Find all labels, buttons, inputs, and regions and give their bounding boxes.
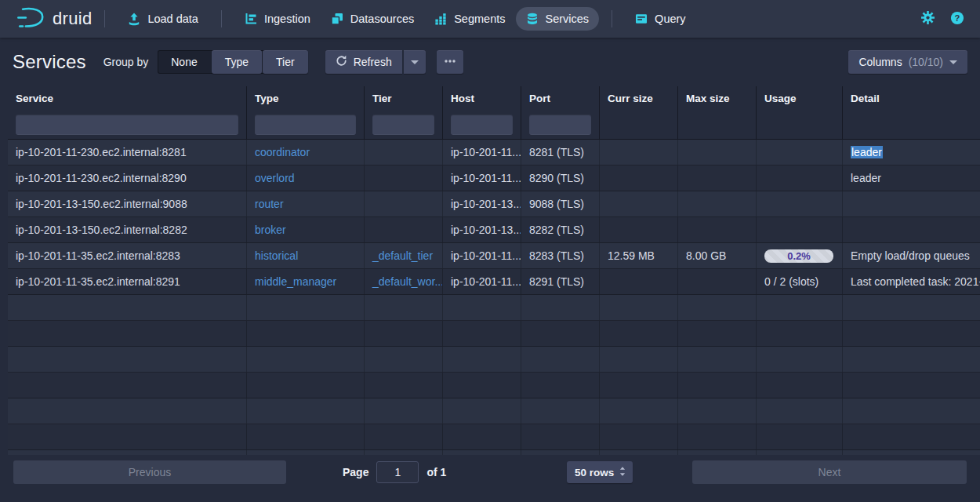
cell-port [521, 295, 600, 320]
page-of-label: of 1 [426, 466, 446, 478]
druid-logo[interactable]: druid [16, 6, 92, 31]
chevron-down-icon [949, 60, 957, 64]
cell-max_size [678, 191, 757, 216]
group-by-tier-button[interactable]: Tier [263, 50, 308, 74]
cell-service [8, 373, 247, 398]
cell-type: coordinator [247, 140, 365, 165]
toolbar: Services Group by None Type Tier Refresh [0, 38, 980, 86]
nav-item-query[interactable]: Query [625, 7, 696, 31]
page-size-select[interactable]: 50 rows [567, 461, 633, 483]
cell-tier [365, 347, 443, 372]
filter-input-port[interactable] [529, 115, 591, 135]
type-link[interactable]: historical [255, 249, 298, 262]
cell-detail [843, 191, 980, 216]
cell-usage [757, 166, 843, 191]
cell-max_size [678, 166, 757, 191]
settings-button[interactable] [920, 9, 936, 28]
cell-host [443, 424, 521, 449]
column-header-curr-size[interactable]: Curr size [600, 86, 678, 110]
column-header-service[interactable]: Service [8, 86, 247, 110]
refresh-dropdown-button[interactable] [404, 50, 426, 74]
cell-port: 9088 (TLS) [521, 191, 600, 216]
nav-item-services[interactable]: Services [516, 7, 600, 31]
cell-curr_size [600, 140, 678, 165]
column-header-port[interactable]: Port [521, 86, 600, 110]
brand-text: druid [53, 9, 92, 29]
cell-usage [757, 398, 843, 424]
cell-curr_size [600, 295, 678, 320]
type-link[interactable]: overlord [255, 172, 295, 184]
cell-host: ip-10-201-13... [443, 217, 521, 242]
columns-button[interactable]: Columns (10/10) [848, 50, 967, 74]
cell-curr_size [600, 398, 678, 424]
cell-port: 8290 (TLS) [521, 166, 600, 191]
svg-text:?: ? [955, 13, 960, 22]
cell-detail: leader [843, 140, 980, 165]
table-row: ip-10-201-11-230.ec2.internal:8290overlo… [8, 166, 980, 191]
group-by-type-button[interactable]: Type [212, 50, 262, 74]
column-header-detail[interactable]: Detail [843, 86, 980, 110]
gantt-chart-icon [245, 13, 257, 25]
previous-page-button[interactable]: Previous [13, 460, 286, 484]
type-link[interactable]: broker [255, 224, 286, 236]
cell-port [521, 424, 600, 449]
cell-max_size [678, 347, 757, 372]
table-row: ip-10-201-13-150.ec2.internal:8282broker… [8, 217, 980, 243]
cell-tier [365, 166, 443, 191]
top-nav: druid Load data Ingestion [0, 0, 980, 38]
page-title: Services [13, 51, 86, 73]
cell-detail [843, 424, 980, 449]
nav-item-label: Services [546, 13, 590, 25]
cell-service: ip-10-201-11-35.ec2.internal:8283 [8, 243, 247, 268]
help-button[interactable]: ? [949, 9, 966, 29]
cell-detail: Empty load/drop queues [843, 243, 980, 268]
cell-usage [757, 295, 843, 320]
columns-count: (10/10) [909, 56, 943, 68]
refresh-button[interactable]: Refresh [325, 50, 402, 74]
cell-host: ip-10-201-11... [443, 140, 521, 165]
filter-input-service[interactable] [16, 115, 238, 135]
more-options-button[interactable] [437, 50, 463, 74]
nav-item-datasources[interactable]: Datasources [321, 7, 424, 31]
cell-type [247, 424, 365, 449]
nav-item-segments[interactable]: Segments [424, 7, 515, 31]
column-header-max-size[interactable]: Max size [678, 86, 757, 110]
filter-input-tier[interactable] [372, 115, 434, 135]
cell-curr_size [600, 191, 678, 216]
column-header-usage[interactable]: Usage [757, 86, 843, 110]
type-link[interactable]: middle_manager [255, 275, 336, 288]
nav-item-load-data[interactable]: Load data [118, 7, 209, 31]
pagination-bar: Previous Page of 1 50 rows Next [0, 460, 980, 484]
cell-max_size [678, 450, 757, 455]
tier-link[interactable]: _default_tier [372, 249, 433, 262]
cell-type [247, 373, 365, 398]
cell-port [521, 398, 600, 424]
cell-port [521, 450, 600, 455]
cell-host [443, 321, 521, 346]
console-icon [635, 13, 648, 25]
column-header-type[interactable]: Type [247, 86, 365, 110]
cell-usage [757, 217, 843, 242]
table-filter-row [8, 110, 980, 140]
page-number-input[interactable] [376, 461, 419, 483]
layers-icon [331, 13, 343, 25]
cell-max_size [678, 295, 757, 320]
next-page-button[interactable]: Next [692, 460, 967, 484]
group-by-none-button[interactable]: None [158, 50, 210, 74]
table-row: ip-10-201-11-230.ec2.internal:8281coordi… [8, 140, 980, 166]
cell-usage [757, 140, 843, 165]
type-link[interactable]: router [255, 198, 284, 210]
cell-tier: _default_tier [365, 243, 443, 268]
tier-link[interactable]: _default_wor... [372, 275, 443, 288]
table-row-empty [8, 373, 980, 398]
column-header-host[interactable]: Host [443, 86, 521, 110]
column-header-tier[interactable]: Tier [365, 86, 443, 110]
filter-input-type[interactable] [255, 115, 356, 135]
cell-detail [843, 295, 980, 320]
table-row: ip-10-201-13-150.ec2.internal:9088router… [8, 191, 980, 217]
cell-usage [757, 347, 843, 372]
filter-input-host[interactable] [451, 115, 513, 135]
nav-item-ingestion[interactable]: Ingestion [234, 7, 321, 31]
cell-host: ip-10-201-11... [443, 269, 521, 294]
type-link[interactable]: coordinator [255, 146, 310, 158]
